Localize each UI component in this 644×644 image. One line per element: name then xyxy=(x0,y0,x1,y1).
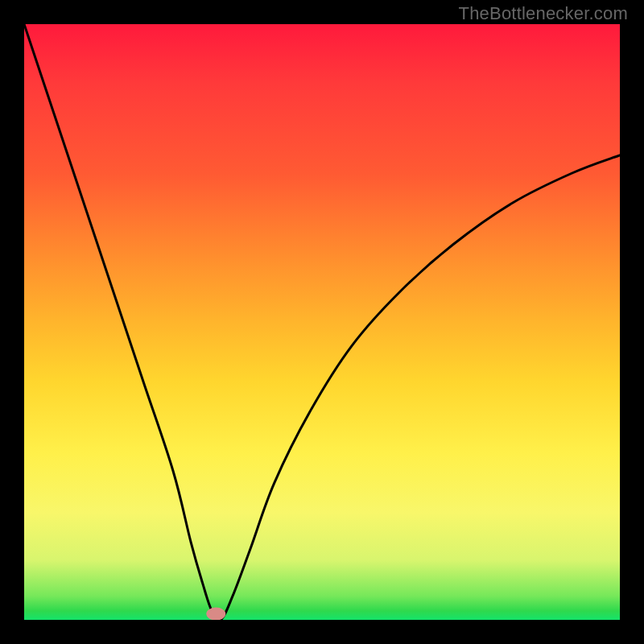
bottleneck-curve xyxy=(24,24,620,620)
curve-path xyxy=(24,24,620,620)
plot-area xyxy=(24,24,620,620)
chart-frame: TheBottlenecker.com xyxy=(0,0,644,644)
watermark-text: TheBottlenecker.com xyxy=(459,3,628,24)
minimum-marker xyxy=(206,608,225,620)
